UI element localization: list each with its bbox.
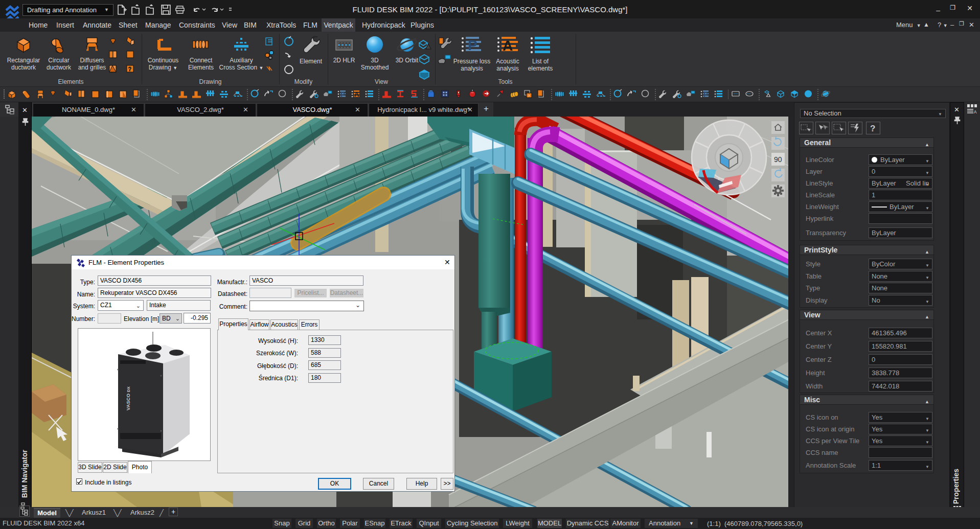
- svg-text:90: 90: [774, 155, 782, 164]
- svg-text:A: A: [354, 90, 359, 98]
- svg-text:P: P: [340, 90, 345, 98]
- svg-text:?: ?: [870, 124, 875, 133]
- svg-text:?: ?: [528, 94, 530, 98]
- svg-text:?: ?: [128, 66, 131, 72]
- svg-text:A: A: [503, 38, 513, 54]
- svg-text:A: A: [974, 110, 977, 114]
- svg-text:VASCO DX: VASCO DX: [125, 386, 131, 410]
- svg-text:P: P: [468, 37, 477, 53]
- svg-text:P: P: [703, 90, 708, 98]
